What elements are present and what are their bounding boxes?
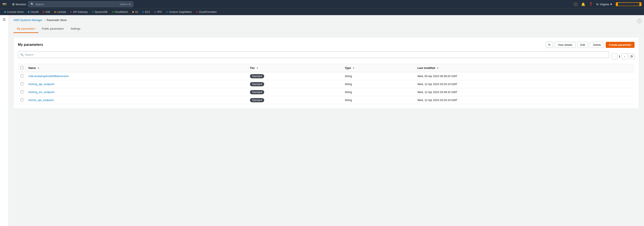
row-type-cell: String bbox=[342, 80, 415, 88]
row-checkbox-cell bbox=[18, 96, 26, 104]
row-last-modified-cell: Wed, 05 Apr 2023 09:39:25 GMT bbox=[415, 72, 634, 80]
row-tier-cell: Standard bbox=[248, 96, 342, 104]
current-page: 1 bbox=[619, 55, 620, 58]
bookmark-icon bbox=[28, 11, 30, 13]
services-button[interactable]: ⊞ Services bbox=[12, 2, 26, 6]
bookmark-icon bbox=[166, 11, 168, 13]
bell-icon[interactable]: 🔔 bbox=[581, 2, 585, 6]
region-selector[interactable]: N. Virginia ▼ bbox=[596, 3, 612, 6]
type-sort-icon[interactable]: ▼ bbox=[352, 67, 354, 69]
bookmark-icon bbox=[142, 11, 144, 13]
bookmark-icon bbox=[196, 11, 198, 13]
table-row: txt2img_sm_endpoint Standard String Wed,… bbox=[18, 88, 634, 96]
row-last-modified-cell: Wed, 12 Apr 2023 03:25:19 GMT bbox=[415, 96, 634, 104]
bookmark-sagemaker[interactable]: Amazon SageMaker bbox=[164, 10, 194, 14]
tier-sort-icon[interactable]: ▼ bbox=[256, 67, 258, 69]
bookmark-icon bbox=[112, 11, 114, 13]
parameter-name-link[interactable]: txt2img_sm_endpoint bbox=[28, 91, 54, 94]
breadcrumb-parent[interactable]: AWS Systems Manager bbox=[14, 18, 42, 22]
search-input[interactable] bbox=[35, 3, 120, 6]
search-shortcut: [Option+S] bbox=[120, 3, 131, 5]
row-checkbox-2[interactable] bbox=[20, 90, 23, 93]
parameter-name-link[interactable]: /cdk-bootstrap/hnb659fds/version bbox=[28, 75, 69, 78]
hamburger-icon[interactable]: ☰ bbox=[3, 18, 6, 22]
svg-text:aws: aws bbox=[2, 2, 6, 5]
row-last-modified-cell: Wed, 12 Apr 2023 03:48:32 GMT bbox=[415, 88, 634, 96]
info-icon[interactable]: i bbox=[637, 19, 642, 23]
breadcrumb-current: Parameter Store bbox=[47, 18, 67, 22]
create-parameter-button[interactable]: Create parameter bbox=[606, 42, 634, 48]
table-settings-button[interactable]: ⚙ bbox=[629, 53, 634, 59]
row-checkbox-1[interactable] bbox=[20, 82, 23, 85]
row-type-cell: String bbox=[342, 72, 415, 80]
row-checkbox-0[interactable] bbox=[20, 74, 23, 77]
tabs-container: My parameters Public parameters Settings bbox=[8, 22, 644, 33]
bookmark-lambda[interactable]: Lambda bbox=[52, 10, 68, 14]
parameter-name-link[interactable]: txt2img_api_endpoint bbox=[28, 83, 54, 86]
refresh-button[interactable]: ↻ bbox=[546, 42, 553, 48]
view-details-button[interactable]: View details bbox=[555, 42, 576, 48]
row-type-cell: String bbox=[342, 96, 415, 104]
help-icon[interactable]: ❓ bbox=[589, 2, 593, 6]
next-page-button[interactable]: › bbox=[622, 53, 628, 59]
table-search-input[interactable] bbox=[25, 53, 607, 56]
col-header-checkbox bbox=[18, 64, 26, 72]
sidebar-toggle: ☰ bbox=[0, 15, 8, 226]
parameter-name-link[interactable]: txt2nlu_api_endpoint bbox=[28, 98, 54, 102]
bookmark-vpc[interactable]: VPC bbox=[152, 10, 164, 14]
row-name-cell: txt2img_sm_endpoint bbox=[26, 88, 248, 96]
row-checkbox-3[interactable] bbox=[20, 98, 23, 101]
bookmark-console-home[interactable]: Console Home bbox=[2, 10, 25, 14]
row-tier-cell: Standard bbox=[248, 80, 342, 88]
bookmark-icon bbox=[154, 11, 156, 13]
bookmark-cloudwatch[interactable]: CloudWatch bbox=[110, 10, 130, 14]
tier-badge: Standard bbox=[250, 98, 264, 102]
bookmark-icon bbox=[54, 11, 56, 13]
row-type-cell: String bbox=[342, 88, 415, 96]
breadcrumb: AWS Systems Manager › Parameter Store bbox=[8, 15, 644, 22]
aws-logo[interactable]: aws bbox=[2, 2, 9, 6]
tab-my-parameters[interactable]: My parameters bbox=[14, 25, 38, 33]
name-sort-icon[interactable]: ▼ bbox=[38, 67, 40, 69]
parameters-table: Name ▼ Tier ▼ Type ▼ bbox=[18, 64, 634, 104]
bookmark-s3[interactable]: S3 bbox=[130, 10, 140, 14]
terminal-icon[interactable]: ⬛ bbox=[574, 2, 578, 6]
row-checkbox-cell bbox=[18, 80, 26, 88]
my-parameters-panel: My parameters ↻ View details Edit Delete… bbox=[14, 37, 639, 109]
table-search-icon: 🔍 bbox=[20, 53, 24, 56]
tab-settings[interactable]: Settings bbox=[67, 25, 84, 33]
bookmark-api-gateway[interactable]: API Gateway bbox=[68, 10, 89, 14]
bookmark-icon bbox=[132, 11, 134, 13]
bookmark-cloudformation[interactable]: CloudFormation bbox=[194, 10, 218, 14]
account-badge[interactable]: ████████████ bbox=[616, 2, 642, 6]
col-header-last-modified: Last modified ▼ bbox=[415, 64, 634, 72]
bookmark-icon bbox=[92, 11, 94, 13]
delete-button[interactable]: Delete bbox=[590, 42, 604, 48]
row-name-cell: txt2img_api_endpoint bbox=[26, 80, 248, 88]
row-checkbox-cell bbox=[18, 72, 26, 80]
tab-public-parameters[interactable]: Public parameters bbox=[38, 25, 67, 33]
table-row: txt2img_api_endpoint Standard String Wed… bbox=[18, 80, 634, 88]
row-last-modified-cell: Wed, 12 Apr 2023 03:25:19 GMT bbox=[415, 80, 634, 88]
row-name-cell: txt2nlu_api_endpoint bbox=[26, 96, 248, 104]
row-checkbox-cell bbox=[18, 88, 26, 96]
table-row: /cdk-bootstrap/hnb659fds/version Standar… bbox=[18, 72, 634, 80]
bookmark-icon bbox=[70, 11, 72, 13]
select-all-checkbox[interactable] bbox=[20, 66, 23, 69]
last-modified-sort-icon[interactable]: ▼ bbox=[437, 67, 439, 69]
edit-button[interactable]: Edit bbox=[577, 42, 588, 48]
table-row: txt2nlu_api_endpoint Standard String Wed… bbox=[18, 96, 634, 104]
bookmark-ec2[interactable]: EC2 bbox=[140, 10, 152, 14]
bookmark-dynamodb[interactable]: DynamoDB bbox=[90, 10, 109, 14]
breadcrumb-separator: › bbox=[44, 18, 45, 22]
search-icon: 🔍 bbox=[30, 2, 34, 6]
panel-actions: ↻ View details Edit Delete Create parame… bbox=[546, 42, 634, 48]
tier-badge: Standard bbox=[250, 82, 264, 86]
row-tier-cell: Standard bbox=[248, 88, 342, 96]
tier-badge: Standard bbox=[250, 74, 264, 78]
bookmark-iam[interactable]: IAM bbox=[41, 10, 52, 14]
bookmark-cloud9[interactable]: Cloud9 bbox=[26, 10, 40, 14]
col-header-tier: Tier ▼ bbox=[248, 64, 342, 72]
prev-page-button[interactable]: ‹ bbox=[612, 53, 618, 59]
global-search-bar[interactable]: 🔍 [Option+S] bbox=[28, 1, 133, 7]
